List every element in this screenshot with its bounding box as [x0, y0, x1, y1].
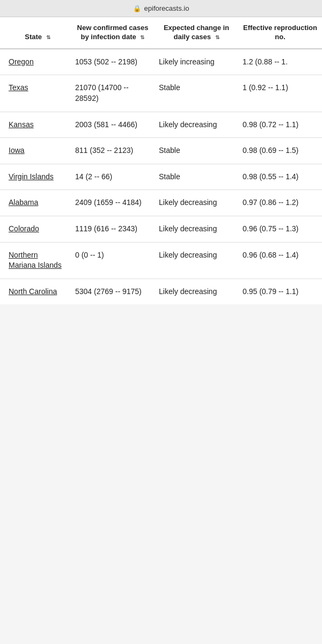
cell-change: Stable: [155, 164, 238, 190]
sort-arrows-state[interactable]: ⇅: [46, 34, 50, 41]
header-rt: Effective reproduction no.: [238, 17, 322, 49]
cell-rt: 0.98 (0.72 -- 1.1): [238, 112, 322, 138]
cell-rt: 0.96 (0.68 -- 1.4): [238, 242, 322, 279]
cell-cases: 1119 (616 -- 2343): [71, 216, 155, 242]
state-link[interactable]: Colorado: [9, 224, 39, 233]
cell-cases: 2409 (1659 -- 4184): [71, 190, 155, 216]
state-link[interactable]: Texas: [9, 83, 28, 92]
table-row: Colorado1119 (616 -- 2343)Likely decreas…: [0, 216, 322, 242]
cell-change: Stable: [155, 75, 238, 112]
table-row: Texas21070 (14700 -- 28592)Stable1 (0.92…: [0, 75, 322, 112]
table-row: Oregon1053 (502 -- 2198)Likely increasin…: [0, 49, 322, 75]
lock-icon: 🔒: [133, 5, 141, 12]
cell-cases: 811 (352 -- 2123): [71, 138, 155, 164]
cell-change: Likely decreasing: [155, 242, 238, 279]
cell-rt: 0.97 (0.86 -- 1.2): [238, 190, 322, 216]
table-row: Northern Mariana Islands0 (0 -- 1)Likely…: [0, 242, 322, 279]
cell-state: North Carolina: [0, 279, 71, 304]
state-link[interactable]: Iowa: [9, 146, 25, 155]
cell-change: Likely decreasing: [155, 279, 238, 304]
cell-rt: 0.96 (0.75 -- 1.3): [238, 216, 322, 242]
cell-state: Colorado: [0, 216, 71, 242]
cell-cases: 14 (2 -- 66): [71, 164, 155, 190]
cell-cases: 21070 (14700 -- 28592): [71, 75, 155, 112]
table-row: North Carolina5304 (2769 -- 9175)Likely …: [0, 279, 322, 304]
state-link[interactable]: Alabama: [9, 198, 38, 207]
cell-change: Likely decreasing: [155, 216, 238, 242]
table-row: Kansas2003 (581 -- 4466)Likely decreasin…: [0, 112, 322, 138]
sort-arrows-change[interactable]: ⇅: [215, 34, 219, 41]
header-state[interactable]: State ⇅: [0, 17, 71, 49]
cell-state: Northern Mariana Islands: [0, 242, 71, 279]
header-change[interactable]: Expected change in daily cases ⇅: [155, 17, 238, 49]
cell-cases: 0 (0 -- 1): [71, 242, 155, 279]
cell-state: Alabama: [0, 190, 71, 216]
table-body: Oregon1053 (502 -- 2198)Likely increasin…: [0, 49, 322, 305]
state-link[interactable]: Virgin Islands: [9, 172, 54, 181]
cell-state: Oregon: [0, 49, 71, 75]
cell-change: Likely increasing: [155, 49, 238, 75]
cell-rt: 0.98 (0.69 -- 1.5): [238, 138, 322, 164]
data-table: State ⇅ New confirmed cases by infection…: [0, 17, 322, 304]
table-row: Iowa811 (352 -- 2123)Stable0.98 (0.69 --…: [0, 138, 322, 164]
header-cases[interactable]: New confirmed cases by infection date ⇅: [71, 17, 155, 49]
table-container: State ⇅ New confirmed cases by infection…: [0, 17, 322, 304]
table-row: Alabama2409 (1659 -- 4184)Likely decreas…: [0, 190, 322, 216]
cell-rt: 1 (0.92 -- 1.1): [238, 75, 322, 112]
cell-cases: 5304 (2769 -- 9175): [71, 279, 155, 304]
state-link[interactable]: Kansas: [9, 120, 34, 129]
browser-url: epiforecasts.io: [144, 4, 189, 12]
table-row: Virgin Islands14 (2 -- 66)Stable0.98 (0.…: [0, 164, 322, 190]
cell-change: Likely decreasing: [155, 112, 238, 138]
cell-change: Stable: [155, 138, 238, 164]
cell-state: Virgin Islands: [0, 164, 71, 190]
cell-cases: 2003 (581 -- 4466): [71, 112, 155, 138]
cell-state: Kansas: [0, 112, 71, 138]
browser-bar: 🔒 epiforecasts.io: [0, 0, 322, 17]
cell-rt: 0.98 (0.55 -- 1.4): [238, 164, 322, 190]
state-link[interactable]: Oregon: [9, 57, 34, 66]
cell-rt: 1.2 (0.88 -- 1.: [238, 49, 322, 75]
table-header-row: State ⇅ New confirmed cases by infection…: [0, 17, 322, 49]
sort-arrows-cases[interactable]: ⇅: [140, 34, 144, 41]
state-link[interactable]: North Carolina: [9, 287, 57, 296]
cell-rt: 0.95 (0.79 -- 1.1): [238, 279, 322, 304]
cell-change: Likely decreasing: [155, 190, 238, 216]
cell-state: Iowa: [0, 138, 71, 164]
cell-cases: 1053 (502 -- 2198): [71, 49, 155, 75]
cell-state: Texas: [0, 75, 71, 112]
state-link[interactable]: Northern Mariana Islands: [9, 251, 62, 270]
